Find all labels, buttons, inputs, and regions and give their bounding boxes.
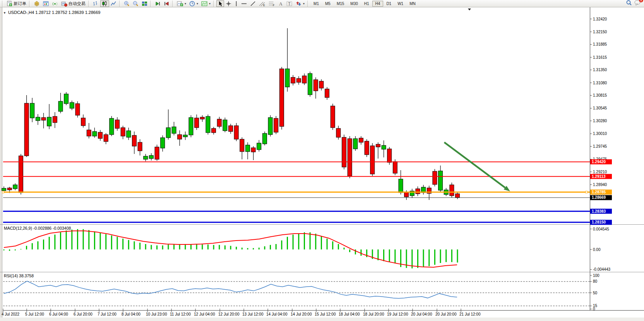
candle xyxy=(223,120,227,131)
candle xyxy=(240,139,244,152)
candle xyxy=(19,156,23,193)
time-tick-label: 13 Jul 12:00 xyxy=(242,312,264,316)
candle xyxy=(47,117,51,126)
price-tick-label: 1.30815 xyxy=(593,93,607,97)
time-tick-label: 19 Jul 12:00 xyxy=(387,312,408,316)
candle xyxy=(161,138,165,148)
zoom-out-button[interactable] xyxy=(131,0,140,7)
hline-marker[interactable] xyxy=(586,191,587,193)
auto-scroll-button[interactable] xyxy=(153,0,162,7)
candle xyxy=(166,128,170,138)
timeframe-h4-button[interactable]: H4 xyxy=(372,1,384,7)
zoom-in-button[interactable] xyxy=(122,0,131,7)
symbol-dropdown-icon[interactable]: ▼ xyxy=(3,11,6,15)
candle xyxy=(189,118,193,135)
indicators-icon xyxy=(177,1,183,7)
candle xyxy=(262,133,267,144)
notification-badge: 1 xyxy=(639,0,643,2)
zoom-out-icon xyxy=(133,1,139,7)
rsi-tick-label: 80 xyxy=(593,279,598,283)
autotrading-button-label: 自动交易 xyxy=(69,1,86,7)
candle xyxy=(115,120,120,128)
chart-canvas[interactable]: 1.324201.321501.318851.316151.313501.310… xyxy=(0,0,644,321)
candle xyxy=(387,149,392,162)
line-chart-button[interactable] xyxy=(109,0,118,7)
svg-text:A: A xyxy=(279,1,283,7)
candle xyxy=(13,185,17,189)
bar-chart-button[interactable] xyxy=(91,0,100,7)
label-icon: T xyxy=(286,1,292,7)
candle xyxy=(178,135,182,139)
hline-icon xyxy=(241,1,247,7)
candle xyxy=(200,117,204,119)
text-button[interactable]: A xyxy=(277,0,285,7)
timeframe-mn-button[interactable]: MN xyxy=(406,1,419,7)
new-chart-button[interactable] xyxy=(41,0,51,7)
candle xyxy=(319,81,324,88)
candle xyxy=(121,128,125,136)
hline-marker[interactable] xyxy=(2,191,4,193)
timeframe-w1-button[interactable]: W1 xyxy=(394,1,406,7)
time-tick-label: 12 Jul 04:00 xyxy=(194,312,215,316)
autotrading-button[interactable]: 自动交易 xyxy=(60,0,87,7)
channel-button[interactable]: E xyxy=(257,0,267,7)
periods-button[interactable]: ▾ xyxy=(188,0,200,7)
arrows-icon xyxy=(295,1,301,7)
arrows-button[interactable]: ▾ xyxy=(294,0,306,7)
candle xyxy=(206,116,210,133)
candle xyxy=(229,126,233,131)
search-button[interactable] xyxy=(626,0,632,7)
vline-button[interactable] xyxy=(233,0,240,7)
candle xyxy=(64,94,69,104)
candle-chart-button[interactable] xyxy=(100,0,109,7)
signals-button[interactable] xyxy=(51,0,60,7)
trendline-icon xyxy=(250,1,256,7)
candle xyxy=(353,138,358,149)
price-tick-label: 1.28940 xyxy=(593,183,607,187)
candle xyxy=(376,144,380,147)
price-tick-label: 1.29745 xyxy=(593,144,607,149)
auto-scroll-icon xyxy=(155,1,161,7)
timeframe-m1-button[interactable]: M1 xyxy=(310,1,322,7)
tile-windows-button[interactable] xyxy=(140,0,149,7)
timeframe-m30-button[interactable]: M30 xyxy=(347,1,361,7)
time-tick-label: 7 Jul 12:00 xyxy=(98,312,116,316)
chevron-down-icon: ▾ xyxy=(185,2,186,5)
market-watch-button[interactable] xyxy=(32,0,41,7)
timeframe-m5-button[interactable]: M5 xyxy=(322,1,334,7)
candle xyxy=(336,128,341,137)
candle xyxy=(53,116,57,123)
hline-button[interactable] xyxy=(240,0,248,7)
price-tick-label: 1.30280 xyxy=(593,119,607,123)
toolbar: 新订单自动交易▾▾▾EFAT▾M1M5M15M30H1H4D1W1MN1 xyxy=(0,0,644,7)
macd-tick-label: 0.00 xyxy=(593,248,601,252)
fibo-button[interactable]: F xyxy=(267,0,277,7)
templates-button[interactable]: ▾ xyxy=(200,0,212,7)
timeframe-h1-button[interactable]: H1 xyxy=(361,1,372,7)
fibo-icon: F xyxy=(269,1,275,7)
timeframe-m15-button[interactable]: M15 xyxy=(334,1,347,7)
candle xyxy=(234,126,238,139)
price-tick-label: 1.30545 xyxy=(593,106,607,110)
chart-shift-button[interactable] xyxy=(162,0,171,7)
market-watch-icon xyxy=(34,1,40,7)
time-tick-label: 14 Jul 04:00 xyxy=(266,312,288,316)
indicators-button[interactable]: ▾ xyxy=(175,0,188,7)
notifications-button[interactable]: 1 xyxy=(634,0,641,7)
price-line-label-text: 1.29113 xyxy=(592,174,606,179)
rsi-tick-label: 100 xyxy=(593,273,599,278)
label-button[interactable]: T xyxy=(285,0,294,7)
toolbar-separator xyxy=(307,1,309,7)
new-order-button-label: 新订单 xyxy=(14,1,26,7)
candle xyxy=(285,69,289,87)
trendline-button[interactable] xyxy=(248,0,257,7)
price-tick-label: 1.32150 xyxy=(593,30,607,34)
rsi-tick-label: 0 xyxy=(593,307,595,311)
new-order-button[interactable]: 新订单 xyxy=(5,0,28,7)
timeframe-d1-button[interactable]: D1 xyxy=(383,1,394,7)
crosshair-button[interactable] xyxy=(224,0,233,7)
candle xyxy=(291,77,295,83)
candle xyxy=(308,73,312,95)
cursor-button[interactable] xyxy=(216,0,224,7)
chevron-down-icon: ▾ xyxy=(303,2,305,5)
